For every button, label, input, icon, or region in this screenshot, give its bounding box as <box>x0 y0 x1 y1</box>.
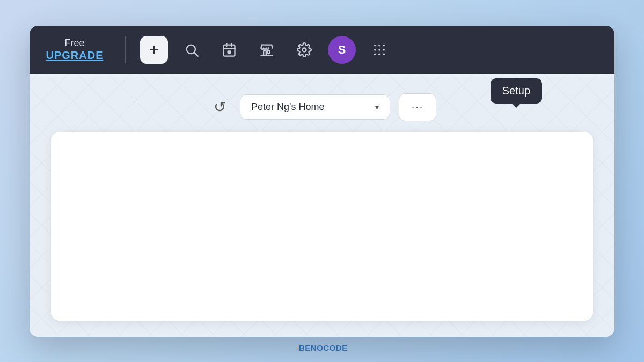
svg-point-18 <box>378 53 380 55</box>
svg-rect-7 <box>264 50 266 55</box>
home-name-label: Peter Ng's Home <box>251 101 325 113</box>
main-content: Setup ↺ Peter Ng's Home ▾ ··· <box>30 74 614 337</box>
nav-divider <box>125 36 126 63</box>
svg-rect-2 <box>224 45 235 56</box>
store-icon <box>259 42 274 57</box>
avatar-button[interactable]: S <box>328 36 356 64</box>
brand-free-label: Free <box>64 38 84 49</box>
store-button[interactable] <box>253 36 281 64</box>
tooltip-container: Setup <box>491 78 542 104</box>
footer-brand-text: BENOCODE <box>299 343 348 352</box>
brand-upgrade-label[interactable]: UPGRADE <box>46 49 103 62</box>
calendar-icon <box>222 42 237 57</box>
refresh-icon: ↺ <box>214 98 226 116</box>
svg-rect-6 <box>228 50 231 54</box>
content-area <box>51 132 593 321</box>
dropdown-arrow-icon: ▾ <box>375 103 379 112</box>
calendar-button[interactable] <box>215 36 243 64</box>
gear-icon <box>297 42 312 57</box>
search-button[interactable] <box>178 36 206 64</box>
svg-point-12 <box>378 45 380 47</box>
footer: ·BENOCODE <box>296 343 347 352</box>
setup-tooltip: Setup <box>491 78 542 104</box>
avatar-initial: S <box>338 43 346 57</box>
svg-point-13 <box>383 45 385 47</box>
tooltip-label: Setup <box>502 85 530 97</box>
add-button[interactable]: + <box>140 36 168 64</box>
controls-row: Setup ↺ Peter Ng's Home ▾ ··· <box>30 74 614 132</box>
svg-point-10 <box>303 48 306 51</box>
grid-button[interactable] <box>365 36 393 64</box>
svg-point-11 <box>374 45 376 47</box>
svg-line-1 <box>194 53 197 56</box>
more-dots-icon: ··· <box>412 101 424 113</box>
svg-point-19 <box>383 53 385 55</box>
svg-point-15 <box>378 49 380 51</box>
settings-button[interactable] <box>290 36 318 64</box>
plus-icon: + <box>149 41 159 59</box>
svg-point-17 <box>374 53 376 55</box>
grid-icon <box>372 42 387 57</box>
search-icon <box>184 42 199 57</box>
brand-section: Free UPGRADE <box>42 38 107 62</box>
refresh-button[interactable]: ↺ <box>208 95 231 119</box>
more-options-button[interactable]: ··· <box>399 93 436 121</box>
home-selector-dropdown[interactable]: Peter Ng's Home ▾ <box>240 94 390 120</box>
app-window: Free UPGRADE + <box>30 26 614 337</box>
navbar: Free UPGRADE + <box>30 26 614 74</box>
footer-logo: ·BENOCODE <box>296 343 347 352</box>
svg-point-14 <box>374 49 376 51</box>
svg-rect-8 <box>267 50 270 54</box>
svg-point-16 <box>383 49 385 51</box>
